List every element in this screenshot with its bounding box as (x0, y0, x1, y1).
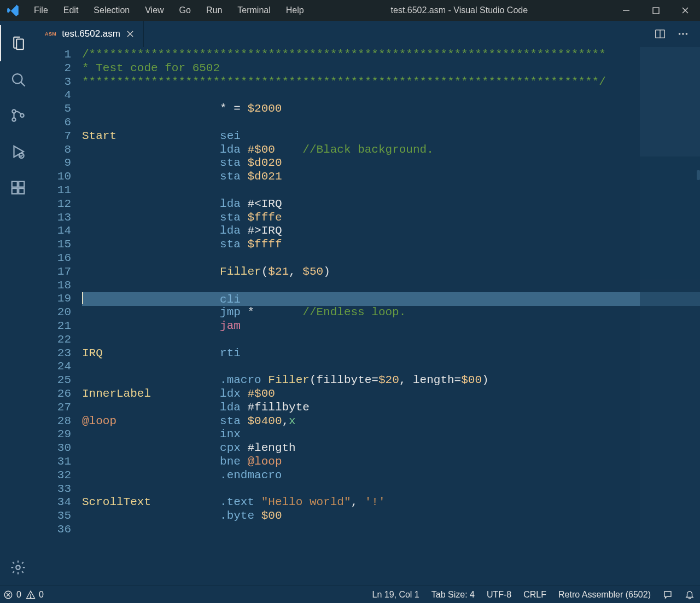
token (116, 130, 220, 142)
token (241, 415, 248, 427)
code-line[interactable]: IRQ rti (82, 347, 700, 361)
tab-close-icon[interactable] (126, 30, 135, 38)
close-button[interactable] (670, 0, 700, 21)
more-actions-icon[interactable] (677, 28, 689, 40)
activity-scm[interactable] (0, 97, 36, 134)
code-line[interactable]: cli (82, 292, 700, 306)
tab-test-6502-asm[interactable]: ASM test.6502.asm (36, 21, 144, 47)
status-warnings[interactable]: 0 (26, 590, 44, 600)
code-line[interactable]: .byte $00 (82, 509, 700, 523)
status-tabsize[interactable]: Tab Size: 4 (431, 590, 475, 600)
menu-selection[interactable]: Selection (86, 5, 137, 15)
code-area[interactable]: /***************************************… (82, 47, 700, 585)
activity-extensions[interactable] (0, 170, 36, 206)
activity-settings[interactable] (0, 549, 36, 585)
code-line[interactable] (82, 279, 700, 293)
token: //Endless loop. (302, 306, 406, 318)
minimap[interactable] (640, 47, 700, 585)
token (275, 143, 302, 156)
token: , (282, 415, 289, 427)
code-line[interactable]: sta $d021 (82, 170, 700, 184)
code-line[interactable]: ****************************************… (82, 76, 700, 89)
code-line[interactable] (82, 333, 700, 347)
code-line[interactable]: lda #fillbyte (82, 401, 700, 415)
code-line[interactable]: /***************************************… (82, 48, 700, 62)
code-line[interactable] (82, 523, 700, 537)
token (241, 143, 248, 156)
activity-debug[interactable] (0, 134, 36, 170)
code-line[interactable]: sta $ffff (82, 238, 700, 252)
token: .macro (220, 374, 261, 386)
token: sta (220, 211, 241, 224)
token (82, 306, 220, 318)
code-line[interactable]: ScrollText .text "Hello world", '!' (82, 496, 700, 509)
code-line[interactable] (82, 483, 700, 496)
token: .byte (220, 509, 254, 522)
code-line[interactable] (82, 252, 700, 265)
menu-terminal[interactable]: Terminal (230, 5, 278, 15)
code-line[interactable]: * = $2000 (82, 102, 700, 116)
token: sei (220, 130, 241, 142)
token: @loop (247, 455, 282, 468)
activity-explorer[interactable] (0, 25, 36, 61)
token: fillbyte (254, 401, 310, 414)
code-line[interactable]: lda #<IRQ (82, 198, 700, 211)
menu-file[interactable]: File (26, 5, 56, 15)
status-errors[interactable]: 0 (3, 590, 21, 600)
svg-line-5 (21, 83, 25, 86)
token: x (289, 415, 296, 427)
svg-point-27 (30, 596, 31, 598)
line-number: 36 (36, 523, 71, 537)
code-line[interactable]: inx (82, 428, 700, 442)
status-position[interactable]: Ln 19, Col 1 (372, 590, 419, 600)
menu-run[interactable]: Run (199, 5, 230, 15)
token: ) (482, 374, 489, 386)
code-line[interactable]: bne @loop (82, 455, 700, 469)
code-line[interactable] (82, 89, 700, 102)
token: bne (220, 455, 241, 468)
maximize-button[interactable] (641, 0, 670, 21)
line-number: 22 (36, 333, 71, 347)
status-language[interactable]: Retro Assembler (6502) (558, 590, 651, 600)
status-eol[interactable]: CRLF (523, 590, 546, 600)
status-encoding[interactable]: UTF-8 (487, 590, 511, 600)
token (82, 143, 220, 156)
code-line[interactable]: Start sei (82, 130, 700, 143)
code-line[interactable] (82, 184, 700, 198)
code-line[interactable]: lda #>IRQ (82, 224, 700, 238)
menu-help[interactable]: Help (278, 5, 312, 15)
code-line[interactable]: jmp * //Endless loop. (82, 306, 700, 320)
menu-go[interactable]: Go (172, 5, 199, 15)
token: /***************************************… (82, 48, 606, 61)
token: = (371, 374, 378, 386)
svg-rect-12 (12, 188, 18, 194)
svg-rect-11 (12, 182, 18, 187)
menu-edit[interactable]: Edit (56, 5, 86, 15)
svg-rect-14 (19, 182, 24, 187)
code-line[interactable] (82, 360, 700, 374)
code-line[interactable]: jam (82, 320, 700, 333)
code-line[interactable]: .endmacro (82, 469, 700, 483)
activity-search[interactable] (0, 61, 36, 97)
token (82, 293, 220, 306)
code-line[interactable]: sta $d020 (82, 156, 700, 170)
status-bell-icon[interactable] (685, 590, 695, 600)
token: sta (220, 156, 241, 169)
split-editor-icon[interactable] (654, 28, 666, 40)
menu-view[interactable]: View (137, 5, 171, 15)
token: ) (323, 265, 330, 278)
code-line[interactable]: @loop sta $0400,x (82, 415, 700, 428)
status-feedback-icon[interactable] (663, 590, 673, 600)
code-line[interactable]: cpx #length (82, 442, 700, 455)
line-number: 17 (36, 265, 71, 279)
code-line[interactable]: InnerLabel ldx #$00 (82, 387, 700, 401)
code-line[interactable]: * Test code for 6502 (82, 62, 700, 76)
code-line[interactable]: lda #$00 //Black background. (82, 143, 700, 157)
code-line[interactable] (82, 116, 700, 130)
code-line[interactable]: .macro Filler(fillbyte=$20, length=$00) (82, 374, 700, 387)
code-line[interactable]: sta $fffe (82, 211, 700, 225)
token: $d021 (247, 170, 282, 183)
code-line[interactable]: Filler($21, $50) (82, 265, 700, 279)
editor[interactable]: 1234567891011121314151617181920212223242… (36, 47, 700, 585)
minimize-button[interactable] (611, 0, 641, 21)
